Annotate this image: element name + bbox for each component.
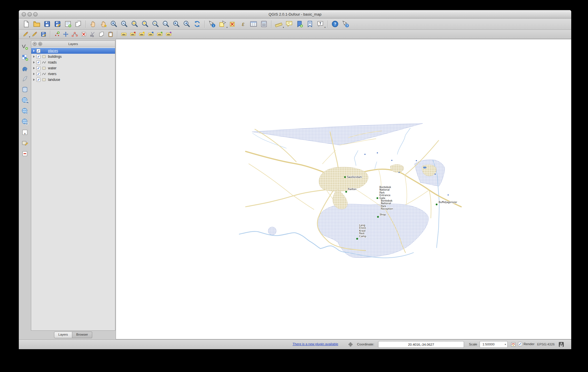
identify-features-button[interactable]: i bbox=[207, 19, 217, 29]
layer-visibility-checkbox[interactable]: ✓ bbox=[36, 78, 40, 82]
rotate-label-button[interactable]: abc bbox=[155, 30, 164, 38]
save-layer-edits-button[interactable] bbox=[39, 30, 48, 38]
copy-features-button[interactable] bbox=[97, 30, 106, 38]
text-annotation-button[interactable]: T▾ bbox=[315, 19, 326, 29]
layer-item-rivers[interactable]: ✓rivers bbox=[31, 71, 115, 77]
zoom-window-button[interactable] bbox=[33, 12, 38, 16]
add-wms-layer-button[interactable]: W bbox=[20, 96, 30, 105]
toggle-editing-button[interactable] bbox=[30, 30, 39, 38]
place-label: Swellendam bbox=[347, 176, 362, 178]
expander-icon[interactable] bbox=[33, 79, 35, 81]
panel-close-button[interactable]: ✕ bbox=[33, 42, 37, 46]
open-attribute-table-button[interactable] bbox=[248, 19, 259, 29]
move-label-button[interactable]: abc bbox=[146, 30, 155, 38]
node-tool-button[interactable] bbox=[70, 30, 79, 38]
zoom-full-button[interactable] bbox=[130, 19, 140, 29]
add-wfs-layer-button[interactable]: F bbox=[20, 117, 30, 126]
map-canvas[interactable]: SwellendamRailtonBontebokNationalParkEnt… bbox=[116, 39, 571, 339]
layer-polygon-icon bbox=[41, 66, 47, 70]
add-feature-button[interactable] bbox=[52, 30, 61, 38]
current-edits-button[interactable]: ▾ bbox=[21, 30, 30, 38]
remove-layer-button[interactable] bbox=[20, 149, 30, 158]
select-features-button[interactable]: ▾ bbox=[217, 19, 228, 29]
zoom-last-button[interactable] bbox=[171, 19, 182, 29]
zoom-out-button[interactable] bbox=[119, 19, 130, 29]
add-vector-layer-button[interactable] bbox=[20, 42, 30, 51]
cut-features-button[interactable] bbox=[88, 30, 97, 38]
move-feature-button[interactable] bbox=[61, 30, 70, 38]
highlight-pinned-labels-button[interactable]: abc bbox=[137, 30, 146, 38]
map-svg: SwellendamRailtonBontebokNationalParkEnt… bbox=[116, 39, 571, 339]
new-plugin-link[interactable]: There is a new plugin available bbox=[293, 342, 338, 346]
zoom-next-button[interactable] bbox=[182, 19, 192, 29]
layer-labeling-options-button[interactable]: abc bbox=[119, 30, 128, 38]
crs-status-button[interactable] bbox=[558, 341, 564, 347]
panel-tab-layers[interactable]: Layers bbox=[54, 332, 72, 338]
points-plus-icon bbox=[54, 31, 60, 37]
panel-tab-browser[interactable]: Browser bbox=[72, 332, 92, 338]
close-window-button[interactable] bbox=[22, 12, 26, 16]
field-calculator-button[interactable] bbox=[259, 19, 269, 29]
new-project-button[interactable] bbox=[21, 19, 32, 29]
new-print-composer-button[interactable] bbox=[63, 19, 73, 29]
deselect-features-button[interactable] bbox=[228, 19, 238, 29]
refresh-map-button[interactable] bbox=[192, 19, 202, 29]
composer-manager-button[interactable] bbox=[73, 19, 84, 29]
layer-item-places[interactable]: ✓places bbox=[31, 48, 115, 54]
zoom-to-layer-button[interactable] bbox=[150, 19, 161, 29]
paste-features-button[interactable] bbox=[106, 30, 115, 38]
expander-icon[interactable] bbox=[33, 67, 35, 69]
layer-visibility-checkbox[interactable]: ✓ bbox=[36, 60, 40, 64]
show-bookmarks-button[interactable] bbox=[305, 19, 315, 29]
layer-visibility-checkbox[interactable]: ✓ bbox=[36, 49, 40, 53]
add-wcs-layer-button[interactable]: C bbox=[20, 107, 30, 115]
expander-icon[interactable] bbox=[33, 61, 35, 64]
map-tips-button[interactable] bbox=[284, 19, 294, 29]
expander-icon[interactable] bbox=[33, 73, 35, 75]
new-bookmark-button[interactable] bbox=[294, 19, 305, 29]
pan-map-button[interactable] bbox=[88, 19, 98, 29]
floppy-pencil-icon bbox=[54, 20, 61, 28]
add-mssql-layer-button[interactable] bbox=[20, 85, 30, 94]
scale-combo[interactable]: 1:50000 ▾ bbox=[480, 341, 508, 348]
render-checkbox[interactable]: ✓ bbox=[518, 342, 522, 346]
expander-icon[interactable] bbox=[33, 50, 35, 52]
new-shapefile-layer-button[interactable] bbox=[20, 139, 30, 147]
minimize-window-button[interactable] bbox=[27, 12, 32, 16]
zoom-to-selection-button[interactable] bbox=[140, 19, 150, 29]
layer-visibility-checkbox[interactable]: ✓ bbox=[36, 55, 40, 59]
select-by-expression-button[interactable]: ε bbox=[238, 19, 248, 29]
open-project-button[interactable] bbox=[32, 19, 42, 29]
help-contents-button[interactable]: ? bbox=[330, 19, 340, 29]
add-delimited-text-button[interactable]: , bbox=[20, 128, 30, 137]
layer-item-landuse[interactable]: ✓landuse bbox=[31, 77, 115, 83]
measure-button[interactable]: ▾ bbox=[273, 19, 284, 29]
pin-labels-button[interactable]: abc bbox=[128, 30, 137, 38]
render-toggle[interactable]: ✓ Render bbox=[518, 342, 535, 346]
zoom-native-button[interactable]: 1:1 bbox=[161, 19, 171, 29]
coordinate-input[interactable] bbox=[378, 341, 464, 348]
layer-visibility-checkbox[interactable]: ✓ bbox=[36, 72, 40, 76]
refresh-icon bbox=[193, 20, 201, 28]
layers-panel-header[interactable]: ✕ Layers bbox=[31, 41, 115, 47]
stop-render-button[interactable] bbox=[511, 342, 516, 347]
layer-item-roads[interactable]: ✓roads bbox=[31, 59, 115, 65]
layer-visibility-checkbox[interactable]: ✓ bbox=[36, 66, 40, 70]
layer-name: roads bbox=[48, 60, 57, 64]
panel-float-button[interactable] bbox=[38, 42, 42, 46]
delete-selected-button[interactable] bbox=[79, 30, 88, 38]
plugin-icon[interactable] bbox=[348, 342, 353, 347]
layer-item-water[interactable]: ✓water bbox=[31, 65, 115, 71]
add-spatialite-layer-button[interactable] bbox=[20, 75, 30, 83]
zoom-in-button[interactable] bbox=[109, 19, 119, 29]
whats-this-button[interactable]: ? bbox=[340, 19, 351, 29]
save-project-as-button[interactable] bbox=[52, 19, 63, 29]
expander-icon[interactable] bbox=[33, 55, 35, 58]
change-label-button[interactable]: abc bbox=[164, 30, 173, 38]
layer-item-buildings[interactable]: ✓buildings bbox=[31, 54, 115, 59]
add-raster-layer-button[interactable] bbox=[20, 53, 30, 62]
add-postgis-layer-button[interactable] bbox=[20, 64, 30, 72]
title-bar[interactable]: QGIS 2.0.1-Dufour - basic_map bbox=[19, 10, 571, 18]
pan-to-selection-button[interactable] bbox=[98, 19, 109, 29]
save-project-button[interactable] bbox=[42, 19, 52, 29]
